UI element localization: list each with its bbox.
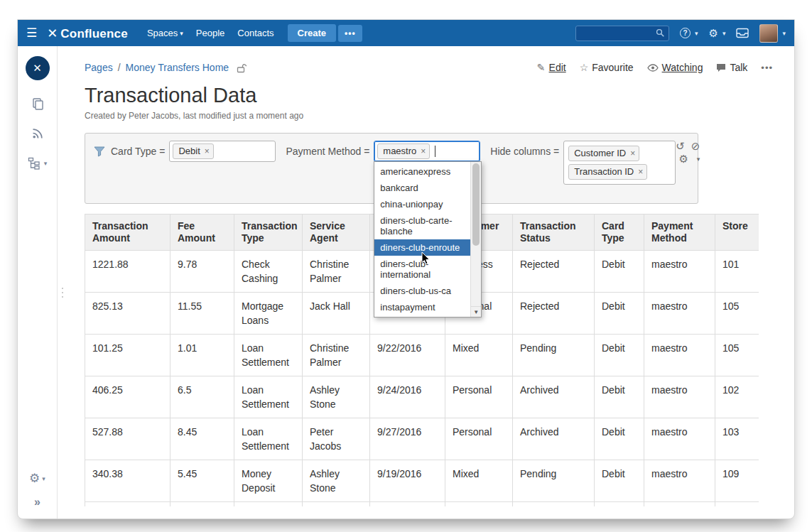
table-cell: maestro: [644, 376, 715, 418]
dropdown-option[interactable]: diners-club-enroute: [374, 239, 470, 256]
nav-item-contacts[interactable]: Contacts: [237, 28, 274, 38]
payment-method-filter: maestro× americanexpressbankcardchina-un…: [374, 141, 480, 162]
dropdown-option[interactable]: americanexpress: [374, 163, 470, 180]
chevron-down-icon: ▾: [782, 30, 786, 37]
filter-settings-gear-icon[interactable]: ⚙: [678, 153, 688, 164]
watching-button[interactable]: Watching: [647, 62, 703, 73]
dropdown-option[interactable]: diners-club-us-ca: [374, 283, 470, 299]
table-row: 101.251.01Loan SettlementChristine Palme…: [85, 335, 759, 376]
table-cell: Debit: [595, 418, 644, 460]
chevron-down-icon: ▾: [44, 160, 48, 167]
table-cell: Debit: [595, 335, 644, 376]
table-cell: maestro: [644, 460, 715, 502]
table-cell: Personal: [445, 418, 513, 460]
table-cell: 102: [715, 376, 759, 418]
table-cell: Debit: [595, 293, 644, 335]
search-box: [575, 26, 669, 41]
table-cell: Rejected: [513, 251, 595, 293]
dropdown-option[interactable]: diners-club-carte-blanche: [374, 212, 470, 239]
confluence-logo[interactable]: ✕ Confluence: [47, 26, 128, 41]
breadcrumb-space-link[interactable]: Money Transfers Home: [126, 62, 229, 73]
app-window: ☰ ✕ Confluence Spaces▾ People Contacts C…: [17, 19, 795, 519]
payment-method-filter-input[interactable]: maestro×: [374, 141, 480, 162]
table-cell: maestro: [644, 251, 715, 293]
star-icon: ☆: [580, 62, 589, 73]
clear-filters-icon[interactable]: ⊘: [691, 141, 700, 151]
table-cell: 105: [715, 335, 759, 376]
unlocked-icon[interactable]: [236, 63, 247, 73]
undo-icon[interactable]: ↺: [676, 141, 685, 151]
help-menu[interactable]: ? ▾: [680, 28, 698, 38]
table-cell: Christine Palmer: [303, 335, 370, 376]
remove-tag-icon[interactable]: ×: [205, 147, 210, 156]
page-tree-icon[interactable]: ▾: [28, 157, 48, 170]
page-more-button[interactable]: •••: [761, 63, 773, 73]
nav-item-spaces[interactable]: Spaces▾: [147, 28, 183, 38]
scrollbar-thumb[interactable]: [472, 163, 480, 246]
chevron-down-icon: ▾: [180, 30, 183, 37]
nav-more-button[interactable]: •••: [338, 25, 362, 42]
table-cell: maestro: [644, 502, 715, 507]
table-cell: 340.38: [85, 460, 170, 502]
create-button[interactable]: Create: [288, 24, 336, 42]
confluence-x-icon: ✕: [47, 26, 58, 41]
table-cell: 527.88: [85, 418, 170, 460]
table-cell: 9.78: [170, 251, 234, 293]
filter-funnel-icon: [94, 146, 105, 160]
filter-tag: maestro×: [377, 143, 430, 159]
table-cell: 105: [715, 293, 759, 335]
table-cell: Loan Settlement: [234, 418, 303, 460]
filter-controls: ↺ ⊘ ⚙ ▾: [676, 141, 700, 164]
payment-method-filter-label: Payment Method =: [286, 146, 369, 157]
remove-tag-icon[interactable]: ×: [638, 168, 643, 176]
nav-item-people[interactable]: People: [196, 28, 224, 38]
edit-button[interactable]: ✎Edit: [537, 62, 566, 73]
breadcrumb-pages-link[interactable]: Pages: [85, 62, 113, 73]
nav-right-cluster: ? ▾ ⚙ ▾ ▾: [575, 24, 786, 43]
user-avatar: [759, 24, 778, 43]
table-cell: 102: [715, 502, 759, 507]
dropdown-option[interactable]: bankcard: [374, 180, 470, 196]
table-cell: 3.38: [170, 502, 234, 507]
search-input[interactable]: [580, 28, 656, 38]
talk-button[interactable]: Talk: [716, 62, 747, 73]
table-cell: 103: [715, 418, 759, 460]
byline: Created by Peter Jacobs, last modified j…: [85, 111, 794, 121]
blog-icon[interactable]: [31, 127, 44, 140]
scroll-down-arrow-icon[interactable]: ▼: [471, 306, 481, 317]
dropdown-option[interactable]: diners-club-international: [374, 256, 470, 283]
remove-tag-icon[interactable]: ×: [630, 149, 635, 158]
table-row: 822.753.38Mortgage LoansTroy Cli9/3/2016…: [85, 502, 759, 507]
dropdown-scrollbar[interactable]: ▼: [470, 162, 481, 317]
pages-icon[interactable]: [31, 97, 44, 110]
table-cell: Check Cashing: [234, 251, 303, 293]
notifications-button[interactable]: [736, 28, 749, 38]
table-cell: 9/22/2016: [370, 335, 445, 376]
space-tools-button[interactable]: ⚙ ▾: [29, 471, 45, 486]
column-header: Fee Amount: [170, 215, 234, 251]
dropdown-option[interactable]: china-unionpay: [374, 196, 470, 212]
table-row: 340.385.45Money DepositAshley Stone9/19/…: [85, 460, 759, 502]
table-cell: Mixed: [445, 460, 513, 502]
table-cell: Archived: [513, 376, 595, 418]
table-cell: Debit: [595, 502, 644, 507]
table-row: 527.888.45Loan SettlementPeter Jacobs9/2…: [85, 418, 759, 460]
table-cell: 5.45: [170, 460, 234, 502]
expand-sidebar-button[interactable]: »: [34, 496, 40, 509]
favourite-button[interactable]: ☆Favourite: [580, 62, 634, 73]
table-cell: Debit: [595, 460, 644, 502]
table-cell: Ashley Stone: [303, 376, 370, 418]
space-logo[interactable]: ✕: [26, 56, 50, 80]
talk-icon: [716, 63, 726, 72]
filter-tag: Transaction ID×: [568, 164, 647, 180]
chevron-down-icon: ▾: [42, 475, 45, 482]
table-cell: Mortgage Loans: [234, 502, 303, 507]
admin-settings-menu[interactable]: ⚙ ▾: [708, 28, 725, 38]
dropdown-option[interactable]: instapayment: [374, 299, 470, 315]
hamburger-menu-icon[interactable]: ☰: [26, 26, 37, 40]
column-header: Service Agent: [303, 215, 370, 251]
hide-columns-input[interactable]: Customer ID× Transaction ID×: [563, 141, 676, 185]
card-type-filter-input[interactable]: Debit×: [169, 141, 276, 162]
remove-tag-icon[interactable]: ×: [421, 147, 426, 156]
user-menu[interactable]: ▾: [759, 24, 786, 43]
